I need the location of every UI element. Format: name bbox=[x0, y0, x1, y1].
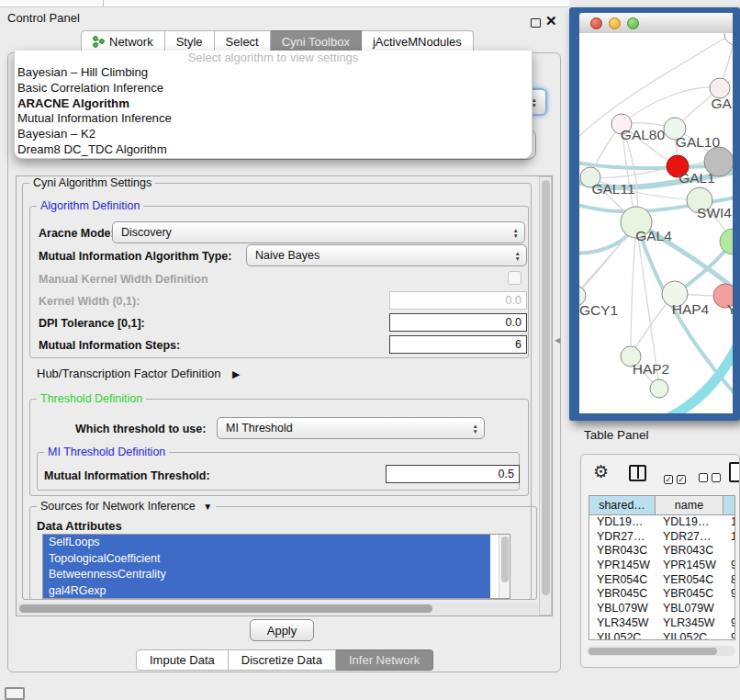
table-cell[interactable]: YBR043C bbox=[656, 544, 723, 559]
table-cell[interactable]: 12 bbox=[723, 530, 735, 545]
table-cell[interactable]: YIL052C bbox=[656, 631, 723, 641]
network-node[interactable] bbox=[704, 147, 733, 176]
algorithm-option[interactable]: Dream8 DC_TDC Algorithm bbox=[15, 142, 532, 158]
table-cell[interactable]: YER054C bbox=[589, 573, 656, 588]
tab-style[interactable]: Style bbox=[165, 30, 215, 52]
list-vscrollbar-thumb[interactable] bbox=[501, 536, 509, 582]
table-cell[interactable]: 8. bbox=[723, 573, 735, 588]
mi-threshold-input[interactable]: 0.5 bbox=[386, 465, 520, 483]
table-column-header[interactable]: shared… bbox=[589, 496, 656, 514]
tab-discretize-data[interactable]: Discretize Data bbox=[229, 649, 336, 671]
float-icon[interactable] bbox=[531, 18, 541, 28]
table-cell[interactable]: 9. bbox=[723, 587, 735, 602]
apply-button[interactable]: Apply bbox=[250, 619, 314, 641]
table-cell[interactable]: YLR345W bbox=[589, 616, 656, 631]
table-cell[interactable]: YER054C bbox=[656, 573, 723, 588]
algorithm-option[interactable]: Bayesian – K2 bbox=[15, 127, 532, 142]
table-row[interactable]: YBR043CYBR043C bbox=[589, 544, 734, 559]
mi-steps-input[interactable]: 6 bbox=[389, 335, 527, 354]
table-hscrollbar-thumb[interactable] bbox=[589, 648, 717, 655]
aracne-mode-combobox[interactable]: Discovery ▲▼ bbox=[112, 221, 525, 243]
split-columns-icon[interactable] bbox=[629, 465, 646, 481]
table-cell[interactable] bbox=[723, 544, 735, 559]
settings-vscrollbar[interactable] bbox=[539, 176, 552, 615]
table-cell[interactable]: 9. bbox=[723, 559, 735, 573]
table-row[interactable]: YIL052CYIL052C9 bbox=[589, 631, 734, 641]
table-hscrollbar[interactable] bbox=[587, 646, 735, 656]
panel-minimize-button[interactable] bbox=[5, 687, 25, 700]
close-icon[interactable]: ✕ bbox=[545, 13, 557, 29]
algorithm-option[interactable]: Bayesian – Hill Climbing bbox=[15, 65, 532, 81]
mi-type-combobox[interactable]: Naive Bayes ▲▼ bbox=[246, 244, 527, 266]
table-header-row[interactable]: shared…name bbox=[589, 496, 734, 515]
table-cell[interactable]: YBL079W bbox=[656, 602, 723, 616]
gear-icon[interactable]: ⚙ bbox=[593, 461, 609, 482]
table-row[interactable]: YER054CYER054C8. bbox=[589, 573, 734, 588]
manual-kernel-checkbox[interactable] bbox=[508, 271, 521, 285]
table-column-header[interactable]: name bbox=[656, 496, 723, 514]
data-attribute-item[interactable]: SelfLoops bbox=[43, 535, 490, 551]
tab-impute-data[interactable]: Impute Data bbox=[136, 649, 229, 671]
settings-vscrollbar-thumb[interactable] bbox=[542, 180, 550, 595]
data-attribute-item[interactable]: gal4RGexp bbox=[43, 583, 490, 600]
settings-hscrollbar[interactable] bbox=[17, 603, 538, 615]
table-cell[interactable]: YDR27… bbox=[656, 530, 723, 545]
algorithm-option[interactable]: Mutual Information Inference bbox=[15, 111, 532, 127]
hub-section-label[interactable]: Hub/Transcription Factor Definition ▶ bbox=[37, 367, 240, 380]
table-cell[interactable]: YBR043C bbox=[589, 544, 656, 559]
table-cell[interactable]: YDR27… bbox=[589, 530, 656, 545]
network-graph[interactable]: GALGAL80GAL10GAL1GAL11SWI4GAL4GCY1HAP4YH… bbox=[579, 33, 733, 413]
table-cell[interactable]: YDL19… bbox=[589, 515, 656, 530]
table-cell[interactable]: YIL052C bbox=[589, 631, 656, 641]
table-cell[interactable]: YPR145W bbox=[589, 559, 656, 573]
new-column-icon[interactable] bbox=[729, 462, 740, 482]
node-table[interactable]: shared…name YDL19…YDL19…13YDR27…YDR27…12… bbox=[589, 495, 735, 640]
data-attribute-item[interactable]: TopologicalCoefficient bbox=[43, 551, 490, 568]
tab-cyni-toolbox[interactable]: Cyni Toolbox bbox=[271, 30, 362, 52]
settings-hscrollbar-thumb[interactable] bbox=[19, 604, 432, 613]
unselect-all-checks-icon[interactable] bbox=[699, 469, 724, 486]
data-attribute-item[interactable]: BetweennessCentrality bbox=[43, 567, 490, 583]
minimize-traffic-light[interactable] bbox=[609, 17, 621, 29]
algorithm-option[interactable]: ARACNE Algorithm bbox=[15, 96, 532, 112]
table-cell[interactable]: YBR045C bbox=[656, 587, 723, 602]
table-row[interactable]: YDL19…YDL19…13 bbox=[589, 515, 734, 530]
table-body[interactable]: YDL19…YDL19…13YDR27…YDR27…12YBR043CYBR04… bbox=[589, 515, 734, 640]
table-cell[interactable]: YBL079W bbox=[589, 602, 656, 616]
algorithm-option[interactable]: Basic Correlation Inference bbox=[15, 81, 532, 96]
table-cell[interactable]: 9. bbox=[723, 616, 735, 631]
list-vscrollbar[interactable] bbox=[499, 535, 510, 598]
table-cell[interactable] bbox=[723, 602, 735, 616]
network-window-titlebar[interactable] bbox=[579, 13, 733, 34]
network-node[interactable] bbox=[650, 379, 668, 398]
which-threshold-combobox[interactable]: MI Threshold ▲▼ bbox=[217, 417, 485, 439]
expand-right-icon[interactable]: ▶ bbox=[232, 368, 240, 379]
table-cell[interactable]: YBR045C bbox=[589, 587, 656, 602]
collapse-down-icon[interactable]: ▼ bbox=[203, 502, 212, 512]
dpi-tolerance-input[interactable]: 0.0 bbox=[389, 313, 527, 332]
splitter-collapse-icon[interactable]: ◀ bbox=[555, 336, 560, 344]
select-all-checks-icon[interactable]: ✓✓ bbox=[664, 469, 690, 486]
table-row[interactable]: YBL079WYBL079W bbox=[589, 602, 734, 616]
network-view-window[interactable]: GALGAL80GAL10GAL1GAL11SWI4GAL4GCY1HAP4YH… bbox=[569, 7, 740, 421]
zoom-traffic-light[interactable] bbox=[627, 17, 639, 29]
data-attributes-list[interactable]: SelfLoopsTopologicalCoefficientBetweenne… bbox=[42, 534, 510, 599]
tab-jactivemnodules[interactable]: jActiveMNodules bbox=[362, 30, 474, 52]
table-row[interactable]: YLR345WYLR345W9. bbox=[589, 616, 734, 631]
kernel-width-input[interactable]: 0.0 bbox=[389, 291, 527, 310]
sources-group-title[interactable]: Sources for Network Inference ▼ bbox=[37, 500, 216, 513]
tab-select[interactable]: Select bbox=[215, 30, 271, 52]
tab-network[interactable]: Network bbox=[81, 30, 165, 52]
network-node[interactable] bbox=[724, 33, 733, 45]
table-cell[interactable]: YLR345W bbox=[656, 616, 723, 631]
network-canvas[interactable]: GALGAL80GAL10GAL1GAL11SWI4GAL4GCY1HAP4YH… bbox=[579, 33, 733, 413]
table-row[interactable]: YBR045CYBR045C9. bbox=[589, 587, 734, 602]
table-column-header[interactable] bbox=[723, 496, 735, 514]
close-traffic-light[interactable] bbox=[590, 17, 602, 29]
table-cell[interactable]: YPR145W bbox=[656, 559, 723, 573]
table-row[interactable]: YPR145WYPR145W9. bbox=[589, 559, 734, 573]
network-node[interactable] bbox=[720, 229, 733, 254]
table-cell[interactable]: 13 bbox=[723, 515, 735, 530]
table-cell[interactable]: 9 bbox=[723, 631, 735, 641]
table-row[interactable]: YDR27…YDR27…12 bbox=[589, 530, 734, 545]
